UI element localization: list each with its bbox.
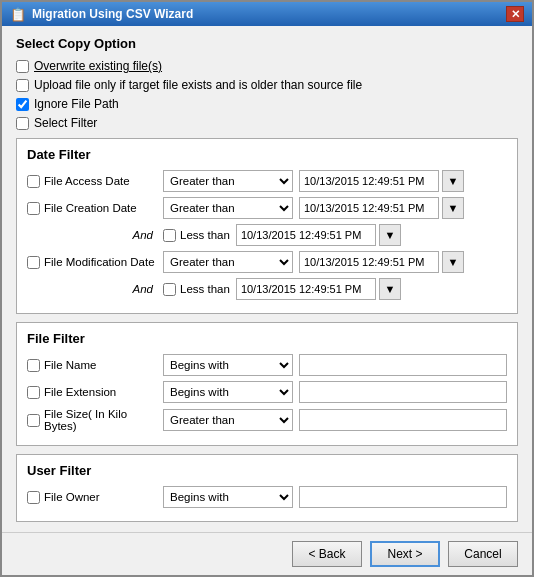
file-size-select[interactable]: Greater than Less than Equal to	[163, 409, 293, 431]
file-access-date-row: File Access Date Greater than Less than …	[27, 170, 507, 192]
close-button[interactable]: ✕	[506, 6, 524, 22]
file-creation-date-checkbox[interactable]	[27, 202, 40, 215]
file-owner-input[interactable]	[299, 486, 507, 508]
creation-less-than-checkbox[interactable]	[163, 229, 176, 242]
file-modification-date-input[interactable]	[299, 251, 439, 273]
file-creation-calendar-button[interactable]: ▼	[442, 197, 464, 219]
file-modification-label-container: File Modification Date	[27, 256, 157, 269]
file-access-date-input[interactable]	[299, 170, 439, 192]
modification-and-label: And	[27, 283, 157, 295]
file-creation-date-label: File Creation Date	[44, 202, 137, 214]
file-size-label-container: File Size( In Kilo Bytes)	[27, 408, 157, 432]
file-modification-date-row: File Modification Date Greater than Less…	[27, 251, 507, 273]
file-extension-label-container: File Extension	[27, 386, 157, 399]
ignore-path-checkbox[interactable]	[16, 98, 29, 111]
select-filter-checkbox[interactable]	[16, 117, 29, 130]
file-modification-date-label: File Modification Date	[44, 256, 155, 268]
file-size-row: File Size( In Kilo Bytes) Greater than L…	[27, 408, 507, 432]
window-title: Migration Using CSV Wizard	[32, 7, 193, 21]
file-extension-label: File Extension	[44, 386, 116, 398]
ignore-path-label: Ignore File Path	[34, 97, 119, 111]
section-title: Select Copy Option	[16, 36, 518, 51]
user-filter-group: User Filter File Owner Begins with Ends …	[16, 454, 518, 522]
file-name-label: File Name	[44, 359, 96, 371]
file-owner-label: File Owner	[44, 491, 100, 503]
file-access-date-checkbox[interactable]	[27, 175, 40, 188]
file-owner-checkbox[interactable]	[27, 491, 40, 504]
modification-and-row: And Less than ▼	[27, 278, 507, 300]
date-filter-title: Date Filter	[27, 147, 507, 162]
overwrite-label: Overwrite existing file(s)	[34, 59, 162, 73]
file-owner-row: File Owner Begins with Ends with Contain…	[27, 486, 507, 508]
modification-less-than-checkbox[interactable]	[163, 283, 176, 296]
upload-label: Upload file only if target file exists a…	[34, 78, 362, 92]
file-access-calendar-button[interactable]: ▼	[442, 170, 464, 192]
modification-less-than-label: Less than	[180, 283, 230, 295]
file-name-checkbox[interactable]	[27, 359, 40, 372]
file-extension-select[interactable]: Begins with Ends with Contains Equals	[163, 381, 293, 403]
file-modification-calendar-button[interactable]: ▼	[442, 251, 464, 273]
creation-lt-datetime-field: ▼	[236, 224, 507, 246]
file-creation-date-select[interactable]: Greater than Less than Equal to	[163, 197, 293, 219]
file-size-input[interactable]	[299, 409, 507, 431]
file-modification-date-checkbox[interactable]	[27, 256, 40, 269]
title-bar: 📋 Migration Using CSV Wizard ✕	[2, 2, 532, 26]
overwrite-option-row: Overwrite existing file(s)	[16, 59, 518, 73]
creation-lt-calendar-button[interactable]: ▼	[379, 224, 401, 246]
ignore-path-option-row: Ignore File Path	[16, 97, 518, 111]
back-button[interactable]: < Back	[292, 541, 362, 567]
file-name-row: File Name Begins with Ends with Contains…	[27, 354, 507, 376]
footer: < Back Next > Cancel	[2, 532, 532, 575]
select-filter-option-row: Select Filter	[16, 116, 518, 130]
creation-lt-date-input[interactable]	[236, 224, 376, 246]
main-window: 📋 Migration Using CSV Wizard ✕ Select Co…	[0, 0, 534, 577]
file-owner-select[interactable]: Begins with Ends with Contains Equals	[163, 486, 293, 508]
modification-lt-date-input[interactable]	[236, 278, 376, 300]
file-size-label: File Size( In Kilo Bytes)	[44, 408, 157, 432]
overwrite-checkbox[interactable]	[16, 60, 29, 73]
file-extension-row: File Extension Begins with Ends with Con…	[27, 381, 507, 403]
file-name-select[interactable]: Begins with Ends with Contains Equals	[163, 354, 293, 376]
creation-and-row: And Less than ▼	[27, 224, 507, 246]
file-owner-label-container: File Owner	[27, 491, 157, 504]
upload-option-row: Upload file only if target file exists a…	[16, 78, 518, 92]
file-modification-datetime-field: ▼	[299, 251, 507, 273]
file-name-input[interactable]	[299, 354, 507, 376]
file-creation-label-container: File Creation Date	[27, 202, 157, 215]
title-bar-left: 📋 Migration Using CSV Wizard	[10, 7, 193, 22]
modification-lt-datetime-field: ▼	[236, 278, 507, 300]
date-filter-group: Date Filter File Access Date Greater tha…	[16, 138, 518, 314]
file-filter-group: File Filter File Name Begins with Ends w…	[16, 322, 518, 446]
modification-less-than-check: Less than	[163, 283, 230, 296]
creation-less-than-label: Less than	[180, 229, 230, 241]
cancel-button[interactable]: Cancel	[448, 541, 518, 567]
file-name-label-container: File Name	[27, 359, 157, 372]
file-creation-date-input[interactable]	[299, 197, 439, 219]
upload-checkbox[interactable]	[16, 79, 29, 92]
file-creation-date-row: File Creation Date Greater than Less tha…	[27, 197, 507, 219]
next-button[interactable]: Next >	[370, 541, 440, 567]
file-size-checkbox[interactable]	[27, 414, 40, 427]
modification-lt-calendar-button[interactable]: ▼	[379, 278, 401, 300]
file-extension-checkbox[interactable]	[27, 386, 40, 399]
file-access-label-container: File Access Date	[27, 175, 157, 188]
user-filter-title: User Filter	[27, 463, 507, 478]
file-extension-input[interactable]	[299, 381, 507, 403]
file-modification-date-select[interactable]: Greater than Less than Equal to	[163, 251, 293, 273]
file-creation-datetime-field: ▼	[299, 197, 507, 219]
file-access-date-select[interactable]: Greater than Less than Equal to	[163, 170, 293, 192]
creation-less-than-check: Less than	[163, 229, 230, 242]
creation-and-label: And	[27, 229, 157, 241]
select-filter-label: Select Filter	[34, 116, 97, 130]
file-filter-title: File Filter	[27, 331, 507, 346]
content-area: Select Copy Option Overwrite existing fi…	[2, 26, 532, 532]
file-access-datetime-field: ▼	[299, 170, 507, 192]
file-access-date-label: File Access Date	[44, 175, 130, 187]
window-icon: 📋	[10, 7, 26, 22]
